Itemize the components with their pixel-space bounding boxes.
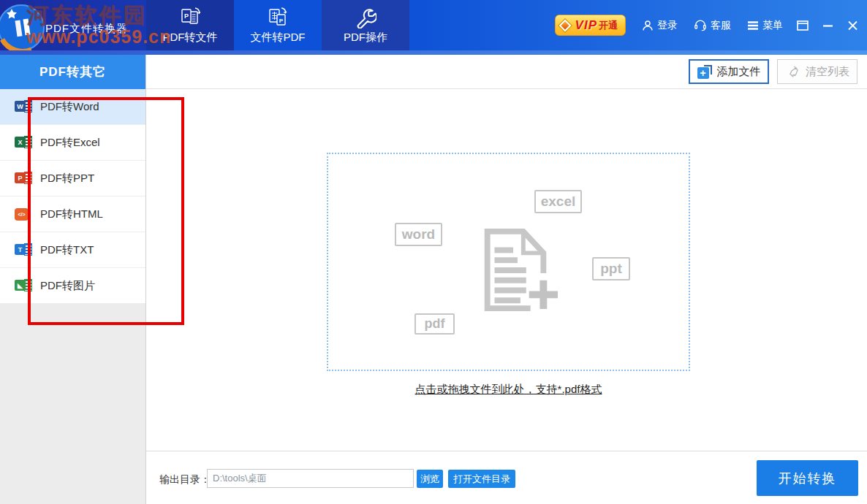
add-file-label: 添加文件 <box>717 65 761 79</box>
sidebar-item-label: PDF转图片 <box>40 279 95 293</box>
word-format-tag: word <box>395 223 442 246</box>
sidebar-item-pdf-to-txt[interactable]: T PDF转TXT <box>0 232 145 268</box>
badge-letter: P <box>15 172 26 183</box>
pdf-format-tag: pdf <box>414 313 455 335</box>
menu-label: 菜单 <box>762 19 783 32</box>
ppt-file-icon: P <box>15 171 34 186</box>
service-label: 客服 <box>711 19 731 32</box>
hamburger-menu-icon <box>747 20 759 31</box>
output-bar: 输出目录： 浏览 打开文件目录 开始转换 <box>146 451 867 504</box>
top-nav-tabs: P PDF转文件 P 文件转PDF <box>146 0 409 50</box>
headset-icon <box>694 19 707 31</box>
output-directory-input[interactable] <box>207 469 414 488</box>
badge-letter: </> <box>15 208 29 221</box>
badge-letter: T <box>15 244 26 255</box>
clear-list-label: 清空列表 <box>806 65 849 79</box>
txt-file-icon: T <box>15 243 34 257</box>
customer-service-button[interactable]: 客服 <box>694 19 731 32</box>
sidebar: PDF转其它 W PDF转Word X PDF转Excel P PDF转PPT <box>0 55 146 504</box>
tab-label: 文件转PDF <box>251 31 306 45</box>
titlebar-actions: VIP 开通 登录 客服 <box>555 0 858 50</box>
wrench-icon <box>355 7 376 28</box>
close-button[interactable] <box>847 20 858 31</box>
dropzone-hint: 点击或拖拽文件到此处，支持*.pdf格式 <box>327 383 690 397</box>
login-label: 登录 <box>657 19 678 32</box>
svg-text:P: P <box>279 17 284 23</box>
sidebar-header: PDF转其它 <box>0 55 145 89</box>
svg-text:P: P <box>184 12 189 20</box>
sidebar-item-label: PDF转Excel <box>40 136 100 150</box>
maximize-button[interactable] <box>797 20 809 31</box>
add-document-icon <box>473 224 559 314</box>
image-file-icon: ◣ <box>15 278 34 293</box>
add-file-button[interactable]: + 添加文件 <box>689 59 769 84</box>
sidebar-item-pdf-to-excel[interactable]: X PDF转Excel <box>0 125 145 161</box>
app-window: PDF文件转换器 P PDF转文件 P <box>0 0 867 504</box>
excel-format-tag: excel <box>534 190 582 213</box>
html-file-icon: </> <box>15 207 34 221</box>
tab-file-to-pdf[interactable]: P 文件转PDF <box>234 0 322 50</box>
app-title: PDF文件转换器 <box>45 22 128 36</box>
main-panel: + 添加文件 清空列表 word excel ppt pdf <box>146 55 867 504</box>
broom-icon <box>785 65 800 79</box>
login-button[interactable]: 登录 <box>642 19 678 32</box>
word-file-icon: W <box>15 99 34 114</box>
menu-button[interactable]: 菜单 <box>747 19 783 32</box>
maximize-icon <box>797 20 809 31</box>
file-toolbar: + 添加文件 清空列表 <box>146 55 867 89</box>
open-file-directory-button[interactable]: 打开文件目录 <box>448 470 515 488</box>
file-dropzone[interactable]: word excel ppt pdf <box>327 153 690 371</box>
sidebar-item-pdf-to-html[interactable]: </> PDF转HTML <box>0 196 145 232</box>
vip-label: VIP <box>575 18 597 33</box>
minimize-icon <box>822 20 833 31</box>
tab-pdf-to-file[interactable]: P PDF转文件 <box>146 0 234 50</box>
start-convert-button[interactable]: 开始转换 <box>757 460 858 496</box>
output-directory-label: 输出目录： <box>159 473 211 486</box>
sidebar-item-label: PDF转HTML <box>40 207 103 221</box>
tab-pdf-operations[interactable]: PDF操作 <box>322 0 409 50</box>
file-to-pdf-icon: P <box>265 7 290 28</box>
badge-letter: X <box>15 137 26 148</box>
clear-list-button[interactable]: 清空列表 <box>777 59 857 84</box>
close-icon <box>847 20 858 31</box>
sidebar-item-pdf-to-ppt[interactable]: P PDF转PPT <box>0 161 145 196</box>
excel-file-icon: X <box>15 135 34 150</box>
tab-label: PDF转文件 <box>163 31 218 45</box>
tab-label: PDF操作 <box>344 31 387 45</box>
sidebar-item-label: PDF转TXT <box>40 243 94 257</box>
browse-button[interactable]: 浏览 <box>417 470 443 488</box>
titlebar: PDF文件转换器 P PDF转文件 P <box>0 0 867 50</box>
vip-upgrade-button[interactable]: VIP 开通 <box>555 15 626 36</box>
user-icon <box>642 20 654 31</box>
pdf-to-file-icon: P <box>178 7 202 28</box>
badge-letter: W <box>15 101 26 112</box>
sidebar-item-label: PDF转Word <box>40 100 99 114</box>
ppt-format-tag: ppt <box>592 257 630 280</box>
badge-letter: ◣ <box>15 280 26 291</box>
vip-sub-label: 开通 <box>599 19 618 32</box>
sidebar-item-pdf-to-image[interactable]: ◣ PDF转图片 <box>0 268 145 304</box>
add-file-icon: + <box>697 65 712 79</box>
app-logo-icon <box>0 1 48 53</box>
sidebar-item-pdf-to-word[interactable]: W PDF转Word <box>0 89 145 125</box>
sidebar-item-label: PDF转PPT <box>40 172 94 186</box>
diamond-icon <box>559 19 571 31</box>
minimize-button[interactable] <box>822 20 833 31</box>
